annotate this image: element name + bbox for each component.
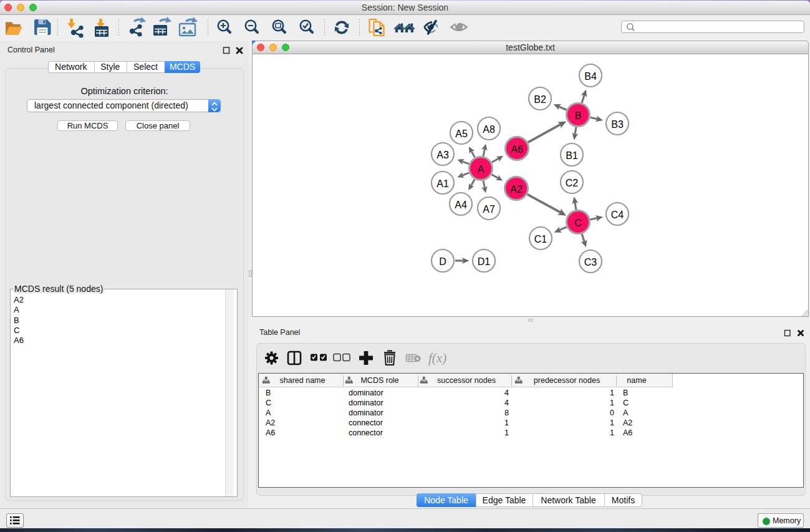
svg-text:C1: C1 — [534, 234, 547, 244]
svg-text:C3: C3 — [584, 257, 597, 268]
svg-text:C4: C4 — [611, 210, 624, 220]
svg-text:A: A — [478, 164, 485, 175]
svg-text:C2: C2 — [566, 178, 579, 188]
svg-text:B4: B4 — [584, 71, 597, 82]
svg-text:A6: A6 — [511, 144, 523, 155]
svg-text:A1: A1 — [436, 178, 449, 189]
svg-text:f(x): f(x) — [428, 351, 446, 365]
svg-text:B3: B3 — [611, 119, 624, 130]
svg-text:A8: A8 — [483, 124, 495, 135]
svg-text:D1: D1 — [478, 256, 491, 267]
svg-text:D: D — [439, 256, 446, 267]
svg-text:B2: B2 — [534, 94, 546, 105]
svg-text:A2: A2 — [510, 184, 523, 195]
svg-text:C: C — [574, 218, 582, 228]
svg-text:A3: A3 — [436, 150, 449, 160]
svg-text:B: B — [575, 110, 582, 121]
svg-text:A4: A4 — [455, 200, 467, 210]
svg-text:A5: A5 — [455, 128, 468, 139]
svg-text:B1: B1 — [566, 150, 578, 161]
svg-text:A7: A7 — [483, 204, 495, 215]
